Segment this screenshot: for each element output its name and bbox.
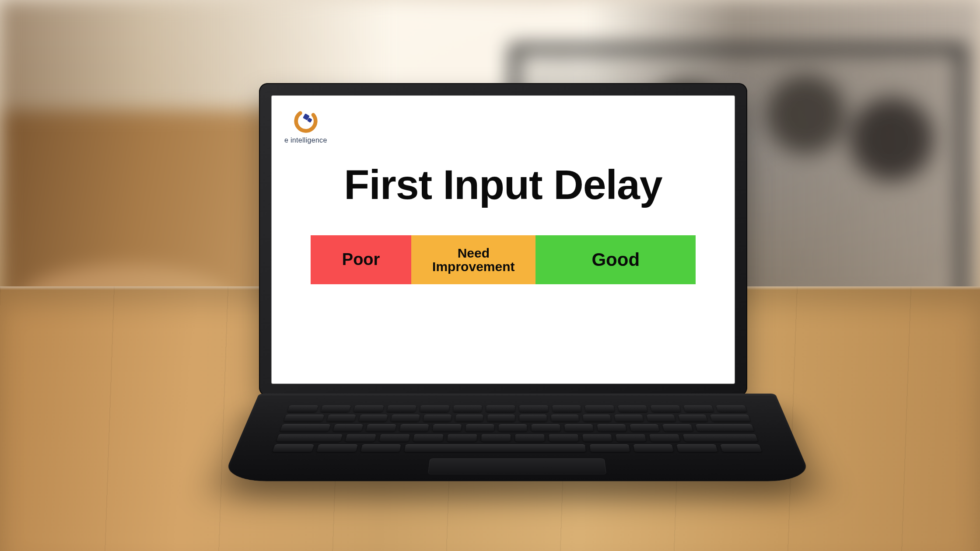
scale-label-good: Good (592, 250, 640, 269)
laptop-screen: e intelligence First Input Delay Poor Ne… (271, 95, 735, 384)
laptop-keyboard (272, 405, 762, 452)
laptop-lid: e intelligence First Input Delay Poor Ne… (259, 83, 747, 396)
brand-name: e intelligence (284, 136, 327, 144)
laptop-trackpad (428, 458, 606, 474)
scale-segment-poor: Poor (311, 235, 411, 284)
laptop: e intelligence First Input Delay Poor Ne… (259, 83, 740, 538)
scene-background: e intelligence First Input Delay Poor Ne… (0, 0, 980, 551)
laptop-base (221, 394, 813, 481)
brand-logo: e intelligence (284, 108, 327, 144)
scale-segment-good: Good (536, 235, 696, 284)
rating-scale: Poor Need Improvement Good (311, 235, 696, 284)
svg-point-0 (292, 108, 319, 135)
scale-label-need-improvement: Need Improvement (432, 246, 514, 274)
scale-segment-need-improvement: Need Improvement (411, 235, 536, 284)
brand-logo-icon (292, 108, 319, 135)
scale-label-poor: Poor (342, 251, 380, 269)
slide-title: First Input Delay (271, 161, 735, 209)
